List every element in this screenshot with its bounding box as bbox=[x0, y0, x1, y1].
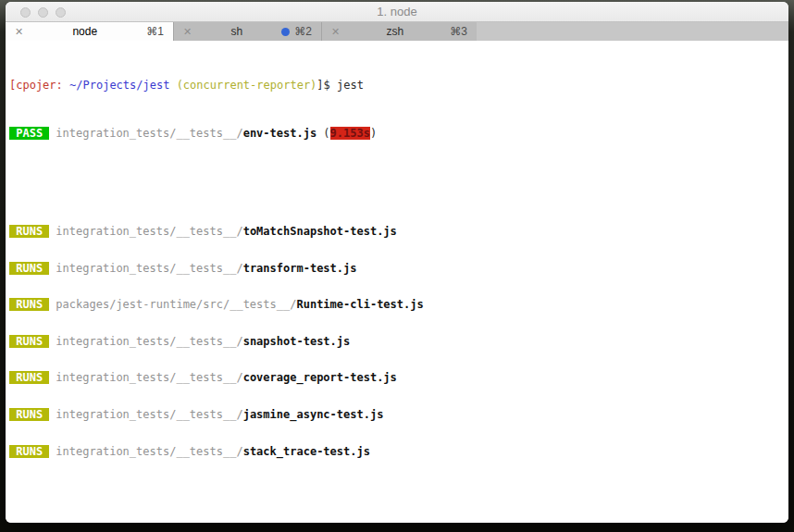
runs-badge: RUNS bbox=[9, 225, 49, 238]
activity-dot-icon bbox=[281, 28, 290, 36]
test-dir: integration_tests/__tests__/ bbox=[56, 371, 242, 384]
runs-badge: RUNS bbox=[9, 262, 49, 275]
prompt-suffix: ]$ bbox=[316, 79, 337, 92]
close-tab-icon[interactable]: ✕ bbox=[331, 22, 340, 41]
close-window-button[interactable] bbox=[20, 7, 31, 18]
blank-line bbox=[9, 177, 788, 189]
tab-shortcut: ⌘3 bbox=[450, 25, 467, 38]
tab-bar-empty-area bbox=[477, 22, 788, 41]
minimize-window-button[interactable] bbox=[38, 7, 48, 18]
terminal-output[interactable]: [cpojer: ~/Projects/jest (concurrent-rep… bbox=[6, 41, 788, 523]
test-file: jasmine_async-test.js bbox=[243, 408, 384, 421]
test-dir: integration_tests/__tests__/ bbox=[56, 335, 242, 348]
test-dir: packages/jest-runtime/src/__tests__/ bbox=[56, 298, 296, 311]
prompt-user: [cpojer: bbox=[9, 79, 69, 92]
pass-badge: PASS bbox=[9, 127, 49, 140]
test-file: stack_trace-test.js bbox=[243, 445, 370, 458]
close-tab-icon[interactable]: ✕ bbox=[15, 22, 23, 41]
runs-line: RUNS integration_tests/__tests__/toMatch… bbox=[9, 226, 788, 238]
runs-badge: RUNS bbox=[9, 335, 49, 348]
runs-badge: RUNS bbox=[9, 408, 49, 421]
tab-zsh[interactable]: ✕ zsh ⌘3 bbox=[321, 22, 477, 41]
typed-command: jest bbox=[337, 79, 364, 92]
tab-shortcut: ⌘1 bbox=[146, 25, 164, 38]
runs-line: RUNS integration_tests/__tests__/stack_t… bbox=[9, 446, 788, 458]
zoom-window-button[interactable] bbox=[56, 7, 66, 18]
test-dir: integration_tests/__tests__/ bbox=[56, 408, 242, 421]
tab-label: node bbox=[23, 25, 146, 38]
runs-line: RUNS integration_tests/__tests__/coverag… bbox=[9, 372, 788, 384]
runs-line: RUNS integration_tests/__tests__/jasmine… bbox=[9, 409, 788, 421]
runs-badge: RUNS bbox=[9, 298, 49, 311]
runs-line: RUNS packages/jest-runtime/src/__tests__… bbox=[9, 299, 788, 311]
test-file: Runtime-cli-test.js bbox=[296, 298, 423, 311]
shell-prompt-line: [cpojer: ~/Projects/jest (concurrent-rep… bbox=[9, 80, 788, 92]
runs-line: RUNS integration_tests/__tests__/transfo… bbox=[9, 263, 788, 275]
close-tab-icon[interactable]: ✕ bbox=[183, 22, 192, 41]
title-bar: 1. node bbox=[6, 2, 788, 22]
test-file: toMatchSnapshot-test.js bbox=[243, 225, 397, 238]
tab-node[interactable]: ✕ node ⌘1 bbox=[6, 22, 173, 41]
test-dir: integration_tests/__tests__/ bbox=[56, 225, 242, 238]
tab-sh[interactable]: ✕ sh ⌘2 bbox=[173, 22, 321, 41]
pass-line: PASS integration_tests/__tests__/env-tes… bbox=[9, 128, 788, 140]
test-file: coverage_report-test.js bbox=[243, 371, 397, 384]
time-paren-close: ) bbox=[370, 127, 377, 140]
tab-bar: ✕ node ⌘1 ✕ sh ⌘2 ✕ zsh ⌘3 bbox=[6, 22, 788, 41]
test-file: env-test.js bbox=[243, 127, 316, 140]
test-dir: integration_tests/__tests__/ bbox=[56, 445, 242, 458]
test-dir: integration_tests/__tests__/ bbox=[56, 127, 242, 140]
window-title: 1. node bbox=[6, 2, 788, 22]
terminal-window: 1. node ✕ node ⌘1 ✕ sh ⌘2 ✕ zsh ⌘3 [cpoj… bbox=[6, 2, 788, 523]
prompt-path: ~/Projects/jest bbox=[69, 79, 177, 92]
runs-badge: RUNS bbox=[9, 371, 49, 384]
time-paren-open: ( bbox=[316, 127, 329, 140]
prompt-branch: (concurrent-reporter) bbox=[177, 79, 317, 92]
blank-line bbox=[9, 494, 788, 506]
test-dir: integration_tests/__tests__/ bbox=[56, 262, 242, 275]
test-file: snapshot-test.js bbox=[243, 335, 351, 348]
runs-badge: RUNS bbox=[9, 445, 49, 458]
slow-time-badge: 9.153s bbox=[330, 127, 370, 140]
test-file: transform-test.js bbox=[243, 262, 357, 275]
traffic-lights bbox=[20, 7, 66, 18]
tab-label: zsh bbox=[340, 25, 450, 38]
runs-line: RUNS integration_tests/__tests__/snapsho… bbox=[9, 336, 788, 348]
tab-shortcut: ⌘2 bbox=[294, 25, 312, 38]
tab-label: sh bbox=[192, 25, 281, 38]
